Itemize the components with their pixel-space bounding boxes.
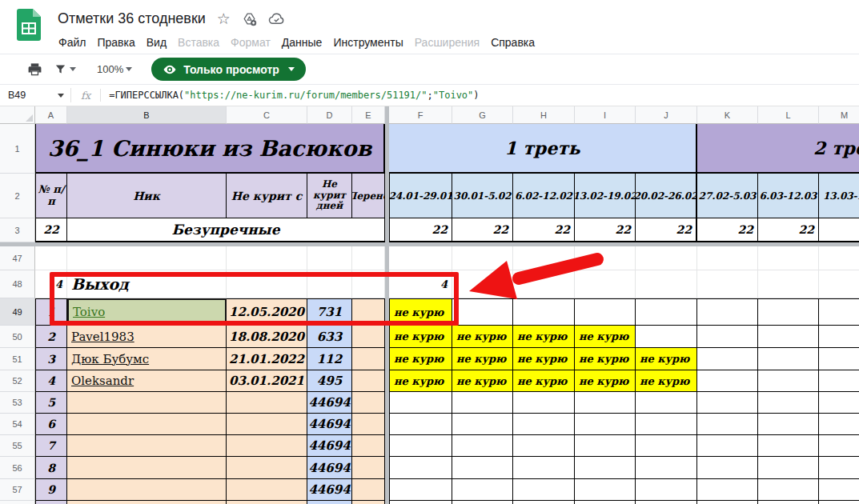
empty-cell[interactable] — [67, 392, 227, 414]
cell-week-1[interactable]: 24.01-29.01 — [389, 174, 452, 218]
empty-cell[interactable] — [575, 435, 636, 457]
empty-cell[interactable] — [227, 479, 307, 501]
empty-cell[interactable] — [513, 435, 575, 457]
empty-cell[interactable] — [352, 479, 385, 501]
cell-mark[interactable]: не курю — [636, 348, 697, 370]
col-header-h[interactable]: H — [513, 106, 575, 124]
empty-cell[interactable] — [758, 270, 819, 298]
menu-file[interactable]: Файл — [53, 34, 91, 51]
cell-week-6[interactable]: 27.02-5.03 — [697, 174, 758, 218]
row-header-3[interactable]: 3 — [0, 218, 35, 242]
empty-cell[interactable] — [452, 298, 513, 326]
empty-cell[interactable] — [636, 326, 697, 348]
empty-cell[interactable] — [67, 246, 227, 270]
empty-cell[interactable] — [227, 435, 307, 457]
empty-cell[interactable] — [452, 501, 513, 504]
empty-cell[interactable] — [352, 392, 385, 414]
cell-third-1[interactable]: 1 треть — [389, 124, 697, 174]
cell-mark[interactable]: не курю — [389, 370, 452, 392]
empty-cell[interactable] — [636, 414, 697, 435]
empty-cell[interactable] — [352, 457, 385, 479]
empty-cell[interactable] — [67, 479, 227, 501]
col-header-e[interactable]: E — [352, 106, 385, 124]
empty-cell[interactable] — [67, 501, 227, 504]
cell-total-k[interactable]: 22 — [697, 218, 758, 242]
empty-cell[interactable] — [758, 457, 819, 479]
empty-cell[interactable] — [697, 414, 758, 435]
cell-mark[interactable]: не курю — [389, 326, 452, 348]
col-header-b[interactable]: B — [67, 106, 227, 124]
col-header-i[interactable]: I — [575, 106, 636, 124]
empty-cell[interactable] — [389, 246, 452, 270]
cell-mark[interactable]: не курю — [389, 348, 452, 370]
empty-cell[interactable] — [697, 246, 758, 270]
cell-transfer-caption[interactable]: Перено — [352, 174, 385, 218]
cell-week-2[interactable]: 30.01-5.02 — [452, 174, 513, 218]
cell-nick[interactable]: Дюк Бубумс — [67, 348, 227, 370]
empty-cell[interactable] — [819, 414, 859, 435]
empty-cell[interactable] — [819, 479, 859, 501]
cell-week-4[interactable]: 13.02-19.02 — [575, 174, 636, 218]
cell-days[interactable]: 44694 — [307, 392, 352, 414]
empty-cell[interactable] — [575, 457, 636, 479]
empty-cell[interactable] — [513, 501, 575, 504]
row-header-48[interactable]: 48 — [0, 270, 35, 298]
empty-cell[interactable] — [452, 246, 513, 270]
cell-rank[interactable]: 6 — [35, 414, 67, 435]
cell-mark[interactable]: не курю — [513, 326, 575, 348]
empty-cell[interactable] — [697, 435, 758, 457]
empty-cell[interactable] — [636, 246, 697, 270]
empty-cell[interactable] — [67, 435, 227, 457]
cell-nick[interactable]: Oleksandr — [67, 370, 227, 392]
empty-cell[interactable] — [636, 501, 697, 504]
empty-cell[interactable] — [389, 501, 452, 504]
empty-cell[interactable] — [575, 246, 636, 270]
empty-cell[interactable] — [636, 479, 697, 501]
cell-days[interactable]: 44694 — [307, 435, 352, 457]
cell-week-7[interactable]: 6.03-12.03 — [758, 174, 819, 218]
empty-cell[interactable] — [819, 270, 859, 298]
empty-cell[interactable] — [636, 457, 697, 479]
cell-rank[interactable]: 3 — [35, 348, 67, 370]
empty-cell[interactable] — [575, 298, 636, 326]
empty-cell[interactable] — [819, 326, 859, 348]
cell-total-h[interactable]: 22 — [513, 218, 575, 242]
empty-cell[interactable] — [389, 457, 452, 479]
cell-days[interactable]: 633 — [307, 326, 352, 348]
cell-total-g[interactable]: 22 — [452, 218, 513, 242]
view-only-button[interactable]: Только просмотр — [151, 58, 306, 81]
add-shortcut-icon[interactable] — [242, 11, 257, 26]
col-header-l[interactable]: L — [758, 106, 819, 124]
empty-cell[interactable] — [513, 298, 575, 326]
empty-cell[interactable] — [697, 326, 758, 348]
cell-group-title[interactable]: 36_1 Синюки из Васюков — [35, 124, 385, 174]
empty-cell[interactable] — [352, 501, 385, 504]
empty-cell[interactable] — [575, 270, 636, 298]
col-header-k[interactable]: K — [697, 106, 758, 124]
empty-cell[interactable] — [575, 479, 636, 501]
cloud-saved-icon[interactable] — [268, 11, 285, 26]
menu-edit[interactable]: Правка — [91, 34, 140, 51]
cell-days[interactable]: 112 — [307, 348, 352, 370]
empty-cell[interactable] — [513, 457, 575, 479]
cell-quit-date[interactable]: 18.08.2020 — [227, 326, 307, 348]
empty-cell[interactable] — [636, 392, 697, 414]
empty-cell[interactable] — [513, 414, 575, 435]
empty-cell[interactable] — [575, 414, 636, 435]
member-link[interactable]: Дюк Бубумс — [71, 352, 149, 366]
cell-week-3[interactable]: 6.02-12.02 — [513, 174, 575, 218]
cell-total-l[interactable]: 22 — [758, 218, 819, 242]
empty-cell[interactable] — [452, 392, 513, 414]
row-header-54[interactable]: 54 — [0, 414, 35, 435]
empty-cell[interactable] — [352, 414, 385, 435]
print-icon[interactable] — [24, 58, 46, 80]
empty-cell[interactable] — [697, 501, 758, 504]
cell-mark[interactable]: не курю — [636, 370, 697, 392]
cell-total-j[interactable]: 22 — [636, 218, 697, 242]
empty-cell[interactable] — [389, 435, 452, 457]
empty-cell[interactable] — [575, 392, 636, 414]
empty-cell[interactable] — [452, 479, 513, 501]
empty-cell[interactable] — [575, 501, 636, 504]
cell-rank[interactable]: 8 — [35, 457, 67, 479]
cell-mark[interactable]: не курю — [452, 348, 513, 370]
